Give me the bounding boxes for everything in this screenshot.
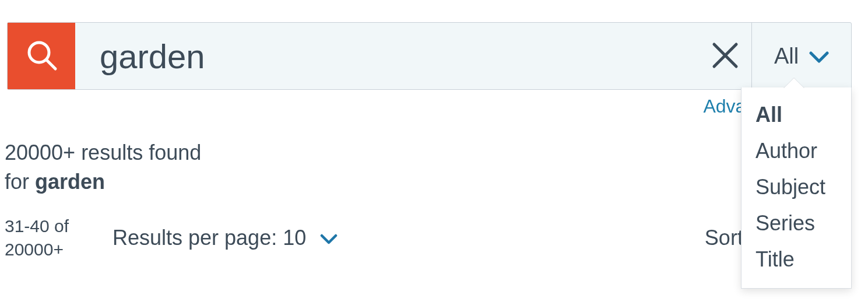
results-for-term: garden xyxy=(35,170,105,194)
chevron-down-icon xyxy=(809,44,829,69)
search-icon xyxy=(24,37,59,75)
advanced-row: Advanced Search xyxy=(0,90,868,117)
clear-button[interactable] xyxy=(699,23,751,89)
results-found-text: 20000+ results found for garden xyxy=(5,138,868,197)
results-for-prefix: for xyxy=(5,170,35,194)
filter-option-subject[interactable]: Subject xyxy=(742,169,851,205)
search-bar: All xyxy=(7,22,852,90)
filter-option-author[interactable]: Author xyxy=(742,133,851,169)
results-range-line1: 31-40 of xyxy=(5,215,113,239)
results-range: 31-40 of 20000+ xyxy=(5,215,113,262)
filter-option-series[interactable]: Series xyxy=(742,205,851,241)
filter-option-all[interactable]: All xyxy=(742,97,851,133)
results-controls: 31-40 of 20000+ Results per page: 10 Sor… xyxy=(5,215,868,262)
search-input[interactable] xyxy=(75,23,699,89)
results-count: 20000+ results found xyxy=(5,138,868,167)
chevron-down-icon xyxy=(320,226,338,250)
results-per-page-dropdown[interactable]: Results per page: 10 xyxy=(113,226,338,250)
close-icon xyxy=(711,41,740,72)
filter-option-title[interactable]: Title xyxy=(742,241,851,278)
results-area: Save 20000+ results found for garden 31-… xyxy=(0,117,868,262)
per-page-label: Results per page: xyxy=(113,226,283,250)
filter-dropdown-menu: All Author Subject Series Title xyxy=(741,87,852,289)
svg-line-1 xyxy=(47,60,55,69)
per-page-value: 10 xyxy=(283,226,306,250)
search-button[interactable] xyxy=(8,23,75,89)
results-range-line2: 20000+ xyxy=(5,238,113,262)
filter-selected-label: All xyxy=(774,44,799,69)
